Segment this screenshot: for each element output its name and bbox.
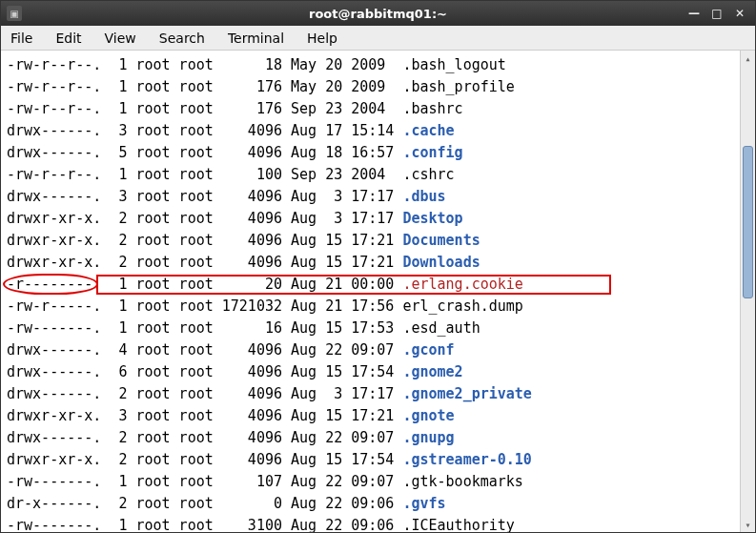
filename: .gnupg [402, 429, 454, 446]
row-meta: -rw-r--r--. 1 root root 176 Sep 23 2004 [7, 100, 402, 117]
row-meta: dr-x------. 2 root root 0 Aug 22 09:06 [7, 495, 402, 512]
row-meta: drwxr-xr-x. 2 root root 4096 Aug 15 17:2… [7, 232, 402, 249]
row-meta: drwxr-xr-x. 2 root root 4096 Aug 3 17:17 [7, 210, 402, 227]
list-row: drwx------. 5 root root 4096 Aug 18 16:5… [7, 142, 734, 164]
scroll-up-arrow-icon[interactable]: ▴ [741, 51, 755, 66]
filename: .ICEauthority [402, 517, 514, 532]
window-title: root@rabbitmq01:~ [309, 7, 447, 21]
scrollbar[interactable]: ▴ ▾ [740, 51, 755, 532]
filename: .gconf [402, 341, 454, 359]
filename: .config [402, 144, 462, 161]
row-meta: drwx------. 4 root root 4096 Aug 22 09:0… [7, 341, 402, 359]
row-meta: drwx------. 3 root root 4096 Aug 3 17:17 [7, 188, 402, 205]
close-button[interactable]: ✕ [730, 5, 749, 22]
row-meta: -rw-------. 1 root root 107 Aug 22 09:07 [7, 473, 402, 490]
row-meta: drwxr-xr-x. 2 root root 4096 Aug 15 17:2… [7, 254, 402, 271]
filename: .gnome2_private [402, 385, 531, 402]
list-row: -rw-------. 1 root root 107 Aug 22 09:07… [7, 471, 734, 493]
filename: .esd_auth [402, 319, 480, 337]
row-meta: drwx------. 3 root root 4096 Aug 17 15:1… [7, 122, 402, 139]
filename: Desktop [402, 210, 462, 227]
row-meta: -rw-------. 1 root root 16 Aug 15 17:53 [7, 319, 402, 337]
minimize-button[interactable]: — [684, 5, 704, 22]
row-meta: drwxr-xr-x. 2 root root 4096 Aug 15 17:5… [7, 451, 402, 468]
list-row: -rw-------. 1 root root 16 Aug 15 17:53 … [7, 318, 734, 339]
row-meta: -r--------. 1 root root 20 Aug 21 00:00 [7, 276, 402, 293]
list-row: -rw-r--r--. 1 root root 100 Sep 23 2004 … [7, 164, 734, 186]
filename: .erlang.cookie [402, 276, 522, 293]
list-row: dr-x------. 2 root root 0 Aug 22 09:06 .… [7, 493, 734, 515]
list-row: -rw-r--r--. 1 root root 176 May 20 2009 … [7, 76, 734, 98]
row-meta: drwx------. 5 root root 4096 Aug 18 16:5… [7, 144, 402, 161]
list-row: drwxr-xr-x. 2 root root 4096 Aug 15 17:2… [7, 230, 734, 252]
filename: .cshrc [402, 166, 454, 183]
filename: .gnote [402, 407, 454, 424]
filename: .bashrc [402, 100, 462, 117]
filename: .gstreamer-0.10 [402, 451, 531, 468]
menu-file[interactable]: File [7, 29, 36, 48]
row-meta: drwxr-xr-x. 3 root root 4096 Aug 15 17:2… [7, 407, 402, 424]
row-meta: drwx------. 6 root root 4096 Aug 15 17:5… [7, 363, 402, 380]
row-meta: drwx------. 2 root root 4096 Aug 22 09:0… [7, 429, 402, 446]
list-row: drwx------. 4 root root 4096 Aug 22 09:0… [7, 339, 734, 361]
list-row: drwxr-xr-x. 2 root root 4096 Aug 3 17:17… [7, 208, 734, 230]
list-row: drwx------. 2 root root 4096 Aug 3 17:17… [7, 383, 734, 405]
filename: .cache [402, 122, 454, 139]
list-row: -r--------. 1 root root 20 Aug 21 00:00 … [7, 274, 734, 296]
menu-terminal[interactable]: Terminal [224, 29, 288, 48]
list-row: -rw-r--r--. 1 root root 176 Sep 23 2004 … [7, 98, 734, 120]
terminal-output[interactable]: -rw-r--r--. 1 root root 18 May 20 2009 .… [1, 51, 740, 532]
row-meta: -rw-------. 1 root root 3100 Aug 22 09:0… [7, 517, 402, 532]
list-row: drwxr-xr-x. 3 root root 4096 Aug 15 17:2… [7, 405, 734, 427]
list-row: drwx------. 2 root root 4096 Aug 22 09:0… [7, 427, 734, 449]
filename: .dbus [402, 188, 445, 205]
list-row: drwx------. 3 root root 4096 Aug 3 17:17… [7, 186, 734, 208]
filename: Downloads [402, 254, 480, 271]
filename: erl_crash.dump [402, 297, 522, 315]
terminal-app-icon: ▣ [7, 6, 22, 21]
filename: Documents [402, 232, 480, 249]
row-meta: -rw-r--r--. 1 root root 18 May 20 2009 [7, 56, 402, 73]
titlebar: ▣ root@rabbitmq01:~ — □ ✕ [1, 1, 755, 26]
scroll-down-arrow-icon[interactable]: ▾ [741, 517, 755, 532]
scrollbar-thumb[interactable] [743, 146, 753, 298]
list-row: drwx------. 3 root root 4096 Aug 17 15:1… [7, 120, 734, 142]
row-meta: -rw-r--r--. 1 root root 100 Sep 23 2004 [7, 166, 402, 183]
list-row: -rw-r-----. 1 root root 1721032 Aug 21 1… [7, 296, 734, 318]
window-controls: — □ ✕ [684, 5, 749, 22]
row-meta: -rw-r-----. 1 root root 1721032 Aug 21 1… [7, 297, 402, 315]
row-meta: -rw-r--r--. 1 root root 176 May 20 2009 [7, 78, 402, 95]
filename: .bash_logout [402, 56, 505, 73]
menubar: File Edit View Search Terminal Help [1, 26, 755, 51]
list-row: drwx------. 6 root root 4096 Aug 15 17:5… [7, 361, 734, 383]
maximize-button[interactable]: □ [707, 5, 726, 22]
row-meta: drwx------. 2 root root 4096 Aug 3 17:17 [7, 385, 402, 402]
menu-view[interactable]: View [101, 29, 140, 48]
menu-help[interactable]: Help [303, 29, 341, 48]
filename: .bash_profile [402, 78, 514, 95]
list-row: -rw-r--r--. 1 root root 18 May 20 2009 .… [7, 54, 734, 76]
filename: .gtk-bookmarks [402, 473, 522, 490]
list-row: -rw-------. 1 root root 3100 Aug 22 09:0… [7, 515, 734, 532]
filename: .gnome2 [402, 363, 462, 380]
list-row: drwxr-xr-x. 2 root root 4096 Aug 15 17:2… [7, 252, 734, 274]
menu-edit[interactable]: Edit [51, 29, 85, 48]
menu-search[interactable]: Search [155, 29, 209, 48]
terminal-area: -rw-r--r--. 1 root root 18 May 20 2009 .… [1, 51, 755, 532]
list-row: drwxr-xr-x. 2 root root 4096 Aug 15 17:5… [7, 449, 734, 471]
filename: .gvfs [402, 495, 445, 512]
terminal-window: ▣ root@rabbitmq01:~ — □ ✕ File Edit View… [0, 0, 756, 533]
